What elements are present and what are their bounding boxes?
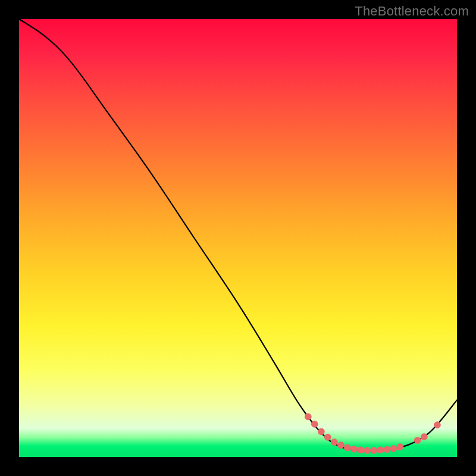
data-point — [364, 447, 371, 454]
data-point — [384, 446, 390, 453]
bottleneck-curve — [19, 19, 457, 450]
data-points — [305, 414, 440, 453]
data-point — [358, 447, 364, 453]
data-point — [421, 434, 427, 440]
data-point — [371, 447, 377, 454]
data-point — [324, 434, 331, 440]
data-point — [318, 428, 324, 435]
chart-svg — [19, 19, 457, 457]
data-point — [377, 447, 384, 453]
data-point — [397, 444, 403, 450]
data-point — [345, 444, 351, 451]
data-point — [338, 442, 345, 449]
chart-frame: TheBottleneck.com — [0, 0, 476, 476]
plot-area — [19, 19, 457, 457]
data-point — [331, 439, 338, 446]
data-point — [434, 422, 440, 428]
data-point — [311, 421, 318, 427]
data-point — [414, 437, 421, 444]
data-point — [390, 446, 397, 452]
watermark-text: TheBottleneck.com — [355, 4, 469, 19]
data-point — [305, 414, 311, 420]
data-point — [351, 446, 358, 452]
